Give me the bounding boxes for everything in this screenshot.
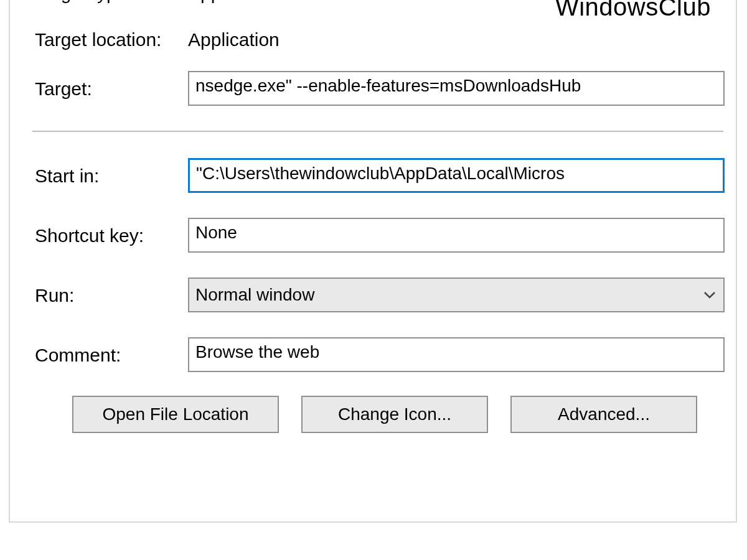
select-run[interactable]: Normal window <box>188 278 725 312</box>
label-target: Target: <box>35 78 92 100</box>
label-start-in: Start in: <box>35 166 99 187</box>
input-comment-value: Browse the web <box>195 342 319 362</box>
label-comment: Comment: <box>35 345 121 366</box>
advanced-button[interactable]: Advanced... <box>510 396 697 433</box>
label-target-type: Target type: <box>35 0 133 4</box>
label-target-location: Target location: <box>35 29 161 50</box>
watermark-line2: WindowsClub <box>555 0 711 20</box>
change-icon-button[interactable]: Change Icon... <box>301 396 488 433</box>
input-target-value: nsedge.exe" --enable-features=msDownload… <box>195 76 581 95</box>
value-target-location: Application <box>188 29 280 50</box>
advanced-label: Advanced... <box>558 404 650 424</box>
properties-shortcut-tab: The WindowsClub Target type: Application… <box>0 0 747 560</box>
change-icon-label: Change Icon... <box>338 404 451 424</box>
open-file-location-button[interactable]: Open File Location <box>72 396 279 433</box>
select-run-value: Normal window <box>195 285 314 305</box>
watermark-text: The WindowsClub <box>555 0 711 20</box>
divider <box>32 131 723 132</box>
value-target-type: Application <box>188 0 280 4</box>
input-shortcut-key-value: None <box>195 223 237 242</box>
input-shortcut-key[interactable]: None <box>188 218 725 253</box>
chevron-down-icon <box>702 287 717 302</box>
input-start-in-value: "C:\Users\thewindowclub\AppData\Local\Mi… <box>196 164 565 183</box>
properties-panel: The WindowsClub Target type: Application… <box>9 0 737 523</box>
input-start-in[interactable]: "C:\Users\thewindowclub\AppData\Local\Mi… <box>188 158 725 193</box>
input-comment[interactable]: Browse the web <box>188 337 725 372</box>
input-target[interactable]: nsedge.exe" --enable-features=msDownload… <box>188 71 725 106</box>
label-shortcut-key: Shortcut key: <box>35 225 144 246</box>
open-file-location-label: Open File Location <box>102 404 248 424</box>
label-run: Run: <box>35 285 74 306</box>
